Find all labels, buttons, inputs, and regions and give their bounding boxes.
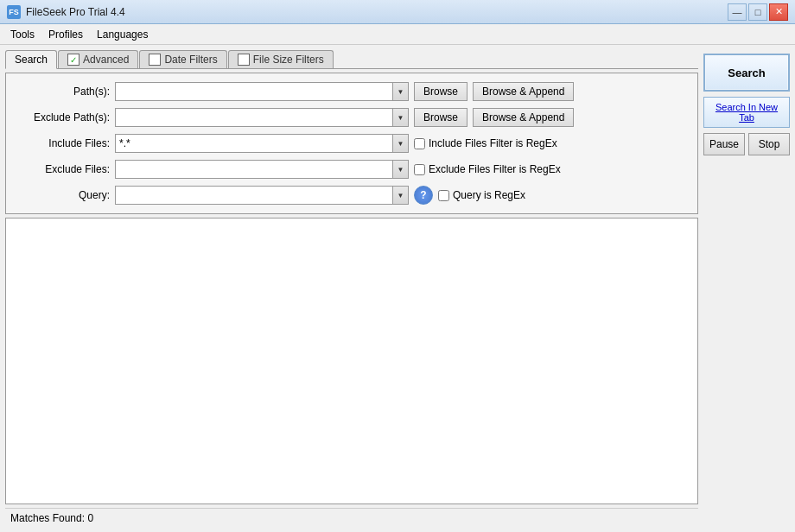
exclude-files-regex-label: Exclude Files Filter is RegEx [414,163,561,175]
query-dropdown-arrow[interactable]: ▼ [393,186,409,205]
query-regex-checkbox[interactable] [438,190,449,201]
maximize-button[interactable]: □ [748,3,767,21]
exclude-paths-input[interactable] [115,108,393,127]
minimize-button[interactable]: — [728,3,747,21]
tab-advanced-label: Advanced [83,54,129,66]
menu-tools[interactable]: Tools [3,27,41,42]
paths-combo: ▼ [115,82,409,101]
tab-filesize-label: File Size Filters [253,54,324,66]
close-button[interactable]: ✕ [769,3,788,21]
left-panel: Search ✓ Advanced Date Filters File Size… [5,50,698,527]
search-panel: Path(s): ▼ Browse Browse & Append Exclud… [5,73,698,214]
include-files-dropdown-arrow[interactable]: ▼ [393,134,409,153]
exclude-paths-combo: ▼ [115,108,409,127]
menu-bar: Tools Profiles Languages [0,24,795,45]
include-files-label: Include Files: [15,137,110,149]
exclude-paths-dropdown-arrow[interactable]: ▼ [393,108,409,127]
query-combo: ▼ [115,186,409,205]
app-icon: FS [7,5,21,19]
exclude-files-input[interactable] [115,160,393,179]
paths-browse-button[interactable]: Browse [414,82,467,101]
exclude-files-label: Exclude Files: [15,163,110,175]
include-files-regex-checkbox[interactable] [414,138,425,149]
paths-dropdown-arrow[interactable]: ▼ [393,82,409,101]
exclude-files-dropdown-arrow[interactable]: ▼ [393,160,409,179]
paths-row: Path(s): ▼ Browse Browse & Append [15,82,689,101]
tab-search-label: Search [15,54,48,66]
exclude-files-regex-checkbox[interactable] [414,164,425,175]
menu-languages[interactable]: Languages [90,27,155,42]
exclude-paths-browse-button[interactable]: Browse [414,108,467,127]
paths-label: Path(s): [15,86,110,98]
stop-button[interactable]: Stop [748,133,790,155]
exclude-paths-browse-append-button[interactable]: Browse & Append [473,108,574,127]
tab-date-check [149,54,161,66]
pause-stop-row: Pause Stop [703,133,790,155]
include-files-regex-label: Include Files Filter is RegEx [414,137,557,149]
exclude-files-combo: ▼ [115,160,409,179]
include-files-combo: ▼ [115,134,409,153]
search-button[interactable]: Search [703,54,790,92]
include-files-row: Include Files: ▼ Include Files Filter is… [15,134,689,153]
query-label: Query: [15,189,110,201]
status-bar: Matches Found: 0 [5,508,698,527]
tab-date-label: Date Filters [164,54,217,66]
paths-input[interactable] [115,82,393,101]
tab-bar: Search ✓ Advanced Date Filters File Size… [5,50,698,69]
query-help-button[interactable]: ? [414,186,433,205]
status-text: Matches Found: 0 [10,512,93,524]
exclude-files-row: Exclude Files: ▼ Exclude Files Filter is… [15,160,689,179]
title-bar-buttons: — □ ✕ [728,3,788,21]
tab-date-filters[interactable]: Date Filters [139,50,226,68]
paths-browse-append-button[interactable]: Browse & Append [473,82,574,101]
tab-advanced[interactable]: ✓ Advanced [58,50,138,68]
query-regex-label: Query is RegEx [438,189,525,201]
exclude-paths-label: Exclude Path(s): [15,111,110,124]
title-bar: FS FileSeek Pro Trial 4.4 — □ ✕ [0,0,795,24]
main-window: Search ✓ Advanced Date Filters File Size… [0,45,795,532]
results-area [5,218,698,504]
tab-filesize-check [238,54,250,66]
title-bar-text: FileSeek Pro Trial 4.4 [26,6,728,18]
menu-profiles[interactable]: Profiles [41,27,90,42]
include-files-input[interactable] [115,134,393,153]
tab-search[interactable]: Search [5,50,57,69]
exclude-paths-row: Exclude Path(s): ▼ Browse Browse & Appen… [15,108,689,127]
search-in-new-tab-button[interactable]: Search In New Tab [703,97,790,128]
pause-button[interactable]: Pause [703,133,745,155]
tab-file-size-filters[interactable]: File Size Filters [228,50,334,68]
query-row: Query: ▼ ? Query is RegEx [15,186,689,205]
tab-advanced-check: ✓ [67,54,80,66]
query-input[interactable] [115,186,393,205]
right-panel: Search Search In New Tab Pause Stop [703,50,790,527]
